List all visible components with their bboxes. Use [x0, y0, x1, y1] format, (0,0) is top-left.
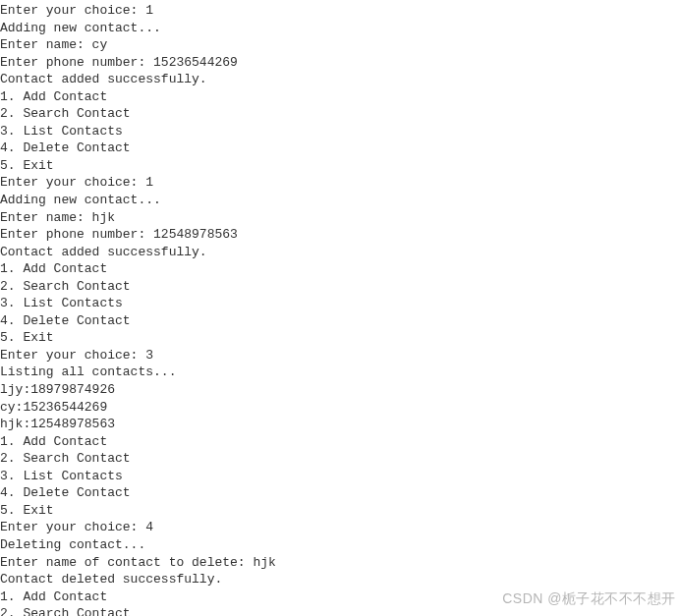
output-line: Enter name of contact to delete: hjk [0, 554, 680, 572]
output-line: Enter your choice: 1 [0, 174, 680, 192]
menu-item: 1. Add Contact [0, 433, 680, 451]
output-line: Enter your choice: 3 [0, 347, 680, 364]
menu-item: 4. Delete Contact [0, 484, 680, 502]
terminal-output: Enter your choice: 1 Adding new contact.… [0, 2, 680, 616]
output-line: Enter phone number: 15236544269 [0, 54, 680, 72]
output-line: Listing all contacts... [0, 364, 680, 381]
output-line: Enter name: cy [0, 36, 680, 54]
output-line: Adding new contact... [0, 192, 680, 209]
output-line: Enter name: hjk [0, 209, 680, 227]
menu-item: 2. Search Contact [0, 450, 680, 468]
menu-item: 5. Exit [0, 329, 680, 347]
menu-item: 4. Delete Contact [0, 312, 680, 330]
output-line: Deleting contact... [0, 536, 680, 554]
menu-item: 1. Add Contact [0, 260, 680, 278]
output-line: Contact added successfully. [0, 71, 680, 88]
contact-entry: hjk:12548978563 [0, 416, 680, 433]
menu-item: 5. Exit [0, 502, 680, 520]
menu-item: 5. Exit [0, 157, 680, 175]
contact-entry: ljy:18979874926 [0, 381, 680, 399]
output-line: Contact added successfully. [0, 244, 680, 261]
menu-item: 3. List Contacts [0, 123, 680, 140]
menu-item: 2. Search Contact [0, 105, 680, 123]
menu-item: 3. List Contacts [0, 468, 680, 485]
menu-item: 2. Search Contact [0, 278, 680, 296]
output-line: Contact deleted successfully. [0, 571, 680, 588]
menu-item: 4. Delete Contact [0, 140, 680, 157]
menu-item: 3. List Contacts [0, 295, 680, 312]
output-line: Enter phone number: 12548978563 [0, 226, 680, 244]
output-line: Enter your choice: 1 [0, 2, 680, 20]
output-line: Adding new contact... [0, 20, 680, 37]
output-line: Enter your choice: 4 [0, 519, 680, 536]
watermark-text: CSDN @栀子花不不不想开 [502, 589, 676, 608]
contact-entry: cy:15236544269 [0, 399, 680, 417]
menu-item: 1. Add Contact [0, 88, 680, 106]
